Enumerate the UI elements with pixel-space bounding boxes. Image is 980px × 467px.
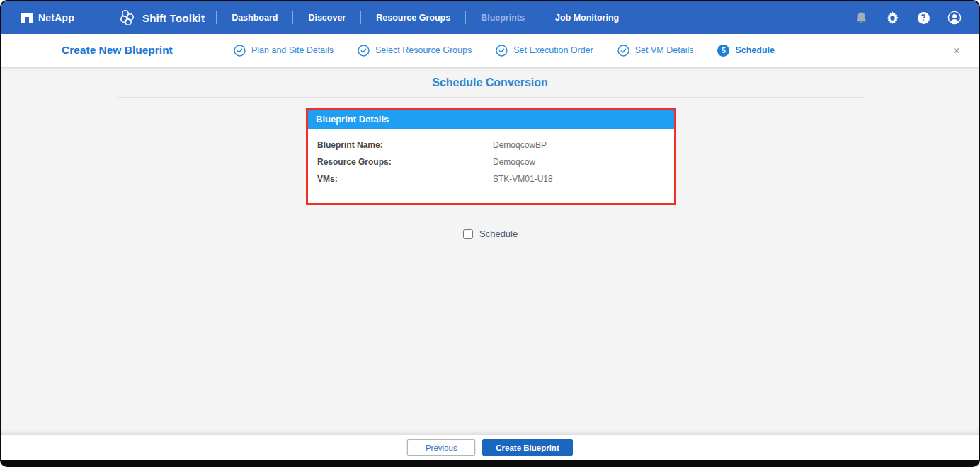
- schedule-checkbox[interactable]: [463, 229, 473, 239]
- details-rows: Blueprint Name: DemoqcowBP Resource Grou…: [308, 129, 674, 188]
- detail-label: Blueprint Name:: [317, 140, 493, 150]
- detail-row: VMs: STK-VM01-U18: [317, 171, 674, 188]
- check-circle-icon: [617, 45, 629, 57]
- wizard-title: Create New Blueprint: [62, 44, 173, 57]
- detail-value: STK-VM01-U18: [493, 174, 553, 184]
- annotation-highlight: Blueprint Details Blueprint Name: Demoqc…: [306, 108, 676, 205]
- main-content: Schedule Conversion Blueprint Details Bl…: [1, 67, 979, 435]
- nav-item[interactable]: Blueprints: [465, 11, 540, 24]
- help-icon[interactable]: ?: [916, 11, 930, 25]
- netapp-mark-icon: [21, 12, 33, 24]
- wizard-step[interactable]: 5 Schedule: [717, 45, 775, 57]
- check-circle-icon: [358, 45, 370, 57]
- shift-toolkit-logo[interactable]: Shift Toolkit: [118, 8, 205, 27]
- create-blueprint-button[interactable]: Create Blueprint: [482, 439, 572, 456]
- main-nav: DashboardDiscoverResource GroupsBlueprin…: [212, 11, 634, 24]
- wizard-step[interactable]: Plan and Site Details: [234, 45, 334, 57]
- wizard-steps: Plan and Site Details Select Resource Gr…: [205, 45, 775, 57]
- footer-actions: Previous Create Blueprint: [1, 435, 979, 460]
- product-title: Shift Toolkit: [142, 12, 205, 24]
- account-icon[interactable]: [947, 11, 962, 25]
- page-title: Schedule Conversion: [1, 76, 979, 89]
- schedule-checkbox-label: Schedule: [479, 229, 518, 239]
- app-window: NetApp Shift Toolkit DashboardDiscoverRe…: [0, 0, 980, 467]
- nav-item[interactable]: Resource Groups: [360, 11, 465, 24]
- close-icon[interactable]: ×: [953, 45, 960, 57]
- step-label: Select Resource Groups: [375, 45, 472, 55]
- nav-item[interactable]: Dashboard: [216, 11, 292, 24]
- schedule-checkbox-row[interactable]: Schedule: [463, 229, 518, 239]
- nav-item[interactable]: Job Monitoring: [540, 11, 634, 24]
- netapp-logo[interactable]: NetApp: [21, 12, 74, 24]
- detail-row: Resource Groups: Demoqcow: [317, 154, 674, 171]
- step-label: Set Execution Order: [513, 45, 593, 55]
- detail-value: DemoqcowBP: [493, 140, 547, 150]
- details-panel-header: Blueprint Details: [308, 110, 674, 129]
- wizard-step[interactable]: Set VM Details: [617, 45, 694, 57]
- check-circle-icon: [234, 45, 246, 57]
- navbar-icon-group: ?: [854, 11, 962, 25]
- bell-icon[interactable]: [854, 11, 868, 25]
- step-label: Schedule: [735, 45, 775, 55]
- detail-row: Blueprint Name: DemoqcowBP: [317, 137, 674, 154]
- previous-button[interactable]: Previous: [407, 439, 475, 456]
- detail-value: Demoqcow: [493, 157, 535, 167]
- detail-label: Resource Groups:: [317, 157, 493, 167]
- gear-icon[interactable]: [885, 11, 899, 25]
- netapp-brand-text: NetApp: [38, 12, 74, 23]
- heading-divider: [117, 97, 863, 98]
- wizard-step[interactable]: Select Resource Groups: [358, 45, 472, 57]
- nav-item[interactable]: Discover: [292, 11, 360, 24]
- step-number-badge: 5: [717, 45, 729, 57]
- step-label: Set VM Details: [635, 45, 694, 55]
- top-navbar: NetApp Shift Toolkit DashboardDiscoverRe…: [1, 1, 979, 34]
- wizard-header: Create New Blueprint Plan and Site Detai…: [1, 34, 979, 67]
- detail-label: VMs:: [317, 174, 493, 184]
- wizard-step[interactable]: Set Execution Order: [496, 45, 593, 57]
- step-label: Plan and Site Details: [251, 45, 334, 55]
- shift-toolkit-icon: [118, 8, 137, 27]
- check-circle-icon: [496, 45, 508, 57]
